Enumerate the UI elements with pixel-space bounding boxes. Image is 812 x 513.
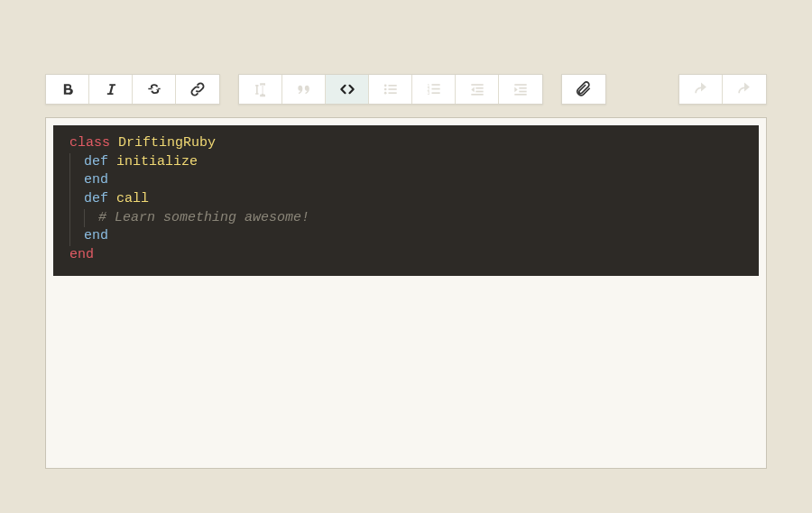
svg-rect-18 [519, 87, 526, 89]
attach-group [561, 74, 606, 105]
code-keyword: def [84, 190, 108, 209]
svg-rect-14 [475, 91, 483, 93]
svg-rect-12 [471, 84, 483, 86]
code-method: initialize [116, 153, 198, 172]
svg-rect-5 [388, 92, 396, 94]
svg-rect-17 [514, 84, 526, 86]
bold-button[interactable] [46, 75, 89, 104]
attach-button[interactable] [562, 75, 605, 104]
code-keyword: end [84, 171, 108, 190]
undo-button[interactable] [679, 75, 723, 104]
svg-marker-16 [471, 87, 474, 93]
svg-rect-11 [431, 92, 439, 94]
italic-button[interactable] [89, 75, 133, 104]
svg-point-4 [383, 92, 386, 95]
outdent-icon [468, 80, 486, 98]
block-group: 123 [238, 74, 543, 105]
strikethrough-icon [145, 80, 163, 98]
svg-point-2 [383, 88, 386, 91]
bullet-list-icon [382, 80, 400, 98]
code-keyword: def [84, 153, 108, 172]
code-block[interactable]: class DriftingRuby def initialize end de… [53, 125, 759, 276]
svg-rect-1 [388, 85, 396, 87]
outdent-button[interactable] [456, 75, 499, 104]
numbered-list-icon: 123 [425, 80, 443, 98]
editor-toolbar: 123 [45, 74, 767, 105]
undo-icon [692, 80, 710, 98]
strikethrough-button[interactable] [133, 75, 176, 104]
code-icon [338, 80, 356, 98]
bullet-list-button[interactable] [369, 75, 412, 104]
svg-rect-15 [471, 94, 483, 96]
indent-button[interactable] [499, 75, 542, 104]
svg-rect-3 [388, 88, 396, 90]
quote-button[interactable] [282, 75, 326, 104]
link-button[interactable] [176, 75, 219, 104]
svg-rect-13 [475, 87, 483, 89]
code-method: call [116, 190, 149, 209]
svg-marker-21 [514, 87, 517, 93]
code-classname: DriftingRuby [118, 134, 216, 153]
svg-point-0 [383, 85, 386, 87]
code-button[interactable] [326, 75, 369, 104]
quote-icon [295, 80, 313, 98]
redo-icon [735, 80, 753, 98]
redo-button[interactable] [723, 75, 766, 104]
svg-rect-9 [431, 88, 439, 90]
heading-icon [252, 80, 270, 98]
indent-icon [512, 80, 530, 98]
svg-rect-20 [514, 94, 526, 96]
link-icon [189, 80, 207, 98]
svg-rect-7 [431, 84, 439, 86]
code-keyword: end [84, 227, 108, 246]
code-keyword: end [69, 246, 94, 265]
svg-text:3: 3 [427, 90, 429, 96]
code-comment: # Learn something awesome! [98, 209, 309, 228]
code-keyword: class [69, 134, 110, 153]
svg-rect-19 [519, 91, 526, 93]
italic-icon [102, 80, 120, 98]
editor-content-area[interactable]: class DriftingRuby def initialize end de… [45, 117, 767, 469]
paperclip-icon [575, 80, 593, 98]
history-group [678, 74, 767, 105]
heading-button[interactable] [239, 75, 282, 104]
bold-icon [59, 80, 77, 98]
numbered-list-button[interactable]: 123 [412, 75, 456, 104]
format-group [45, 74, 220, 105]
